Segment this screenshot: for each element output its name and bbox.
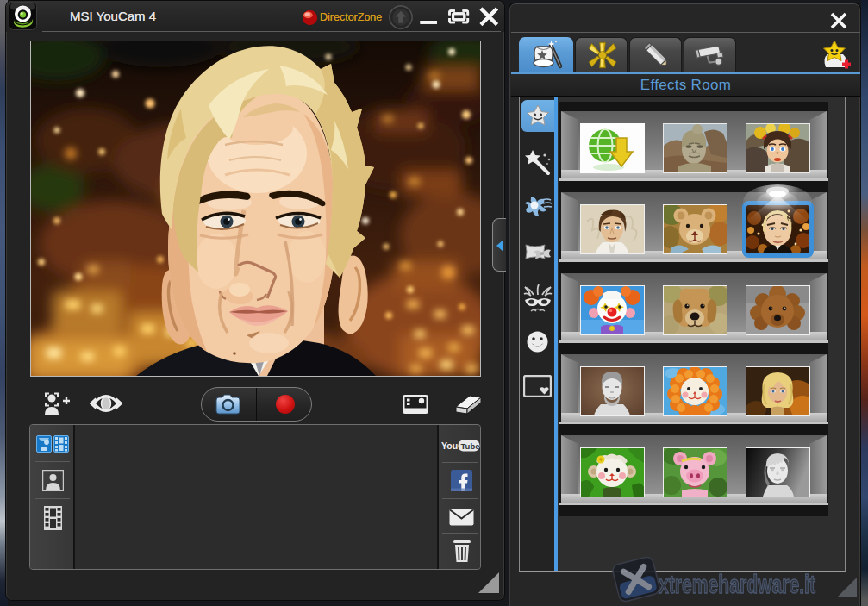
svg-text:Tube: Tube <box>461 441 480 451</box>
svg-text:You: You <box>441 440 458 451</box>
svg-text:xtremehardware.it: xtremehardware.it <box>659 570 815 598</box>
